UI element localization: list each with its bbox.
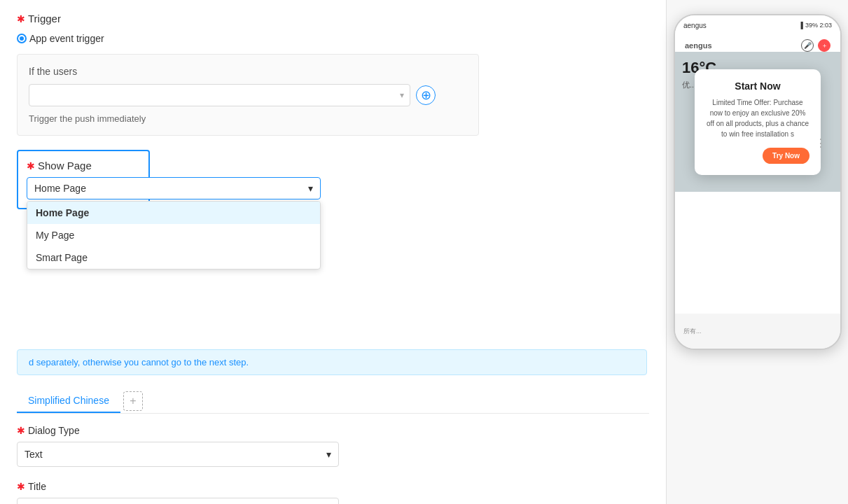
- info-banner-text: d separately, otherwise you cannot go to…: [29, 357, 249, 368]
- add-trigger-button[interactable]: ⊕: [416, 85, 436, 105]
- trigger-chevron-icon: ▾: [400, 90, 404, 100]
- trigger-select[interactable]: ▾: [29, 84, 410, 106]
- title-group: ✱ Title: [17, 481, 647, 504]
- phone-bottom-area: 所有...: [675, 314, 840, 349]
- trigger-select-row: ▾ ⊕: [29, 84, 467, 106]
- dialog-type-group: ✱ Dialog Type Text ▾: [17, 425, 647, 467]
- dialog-type-selected: Text: [25, 449, 43, 460]
- trigger-box: If the users ▾ ⊕ Trigger the push immedi…: [17, 54, 479, 136]
- form-area: ✱ Dialog Type Text ▾ ✱ Title ✱: [17, 414, 647, 504]
- phone-icons: 🎤 ＋: [801, 39, 830, 52]
- show-page-selected-value: Home Page: [34, 183, 86, 194]
- phone-battery-icon: ▐: [799, 22, 803, 29]
- phone-frame: aengus ▐ 39% 2:03 aengus 🎤 ＋ 16°C: [674, 14, 842, 350]
- page-wrapper: ✱ Trigger App event trigger If the users…: [0, 0, 848, 504]
- trigger-description: Trigger the push immediately: [29, 113, 467, 124]
- title-input[interactable]: [17, 498, 339, 504]
- dropdown-item-home-page[interactable]: Home Page: [27, 202, 320, 224]
- phone-add-icon: ＋: [818, 39, 830, 52]
- show-page-required-icon: ✱: [27, 160, 35, 172]
- if-the-users-label: If the users: [29, 66, 467, 77]
- phone-status-bar: aengus ▐ 39% 2:03: [675, 15, 840, 35]
- phone-modal-title: Start Now: [706, 80, 809, 92]
- phone-app-bar-wrapper: aengus 🎤 ＋: [675, 35, 840, 52]
- info-banner: d separately, otherwise you cannot go to…: [17, 349, 647, 375]
- right-panel: aengus ▐ 39% 2:03 aengus 🎤 ＋ 16°C: [666, 0, 848, 504]
- phone-modal: Start Now Limited Time Offer: Purchase n…: [695, 69, 821, 175]
- title-label: ✱ Title: [17, 481, 647, 492]
- phone-app-name-status: aengus: [683, 22, 707, 29]
- title-title: Title: [28, 481, 46, 492]
- dialog-type-select[interactable]: Text ▾: [17, 442, 339, 467]
- add-tab-button[interactable]: +: [123, 391, 143, 411]
- show-page-dropdown-menu: Home Page My Page Smart Page: [27, 201, 321, 270]
- show-page-area: ✱ Show Page Home Page ▾ Home Page My Pag…: [17, 150, 649, 209]
- show-page-section: ✱ Show Page Home Page ▾ Home Page My Pag…: [17, 150, 150, 209]
- phone-mic-icon: 🎤: [801, 39, 814, 52]
- dropdown-item-my-page[interactable]: My Page: [27, 224, 320, 246]
- title-required-icon: ✱: [17, 481, 25, 492]
- radio-dot: [17, 34, 27, 43]
- phone-modal-desc: Limited Time Offer: Purchase now to enjo…: [706, 97, 809, 139]
- phone-app-name-label: aengus: [685, 41, 712, 50]
- tabs-row: Simplified Chinese +: [17, 389, 649, 414]
- dropdown-item-smart-page[interactable]: Smart Page: [27, 246, 320, 269]
- phone-status-right: ▐ 39% 2:03: [799, 22, 832, 29]
- left-panel: ✱ Trigger App event trigger If the users…: [0, 0, 666, 504]
- show-page-dropdown-wrapper: Home Page ▾ Home Page My Page Smart Page: [27, 177, 140, 200]
- show-page-select[interactable]: Home Page ▾: [27, 177, 321, 200]
- phone-modal-overlay: Start Now Limited Time Offer: Purchase n…: [675, 52, 840, 192]
- dialog-type-chevron-icon: ▾: [326, 449, 331, 460]
- phone-modal-btn-wrapper: Try Now: [706, 148, 809, 164]
- more-options-icon[interactable]: ⋮: [815, 136, 828, 150]
- phone-modal-try-now-button[interactable]: Try Now: [763, 148, 809, 164]
- required-icon: ✱: [17, 13, 25, 24]
- app-event-trigger-label: App event trigger: [29, 33, 104, 44]
- phone-app-bar: aengus 🎤 ＋: [682, 39, 833, 52]
- dialog-type-required-icon: ✱: [17, 425, 25, 436]
- dialog-type-label: ✱ Dialog Type: [17, 425, 647, 436]
- show-page-chevron-icon: ▾: [308, 183, 313, 194]
- app-event-trigger-radio[interactable]: App event trigger: [17, 33, 649, 44]
- show-page-title: ✱ Show Page: [27, 160, 140, 172]
- phone-battery-percent: 39% 2:03: [805, 22, 832, 29]
- tab-simplified-chinese[interactable]: Simplified Chinese: [17, 389, 120, 413]
- trigger-label: Trigger: [28, 13, 61, 24]
- phone-content-area: 16°C 优... Start Now Limited Time Offer: …: [675, 52, 840, 192]
- phone-bottom-text: 所有...: [683, 327, 702, 336]
- show-page-label: Show Page: [38, 160, 92, 172]
- trigger-section-title: ✱ Trigger: [17, 13, 649, 24]
- dialog-type-title: Dialog Type: [28, 425, 80, 436]
